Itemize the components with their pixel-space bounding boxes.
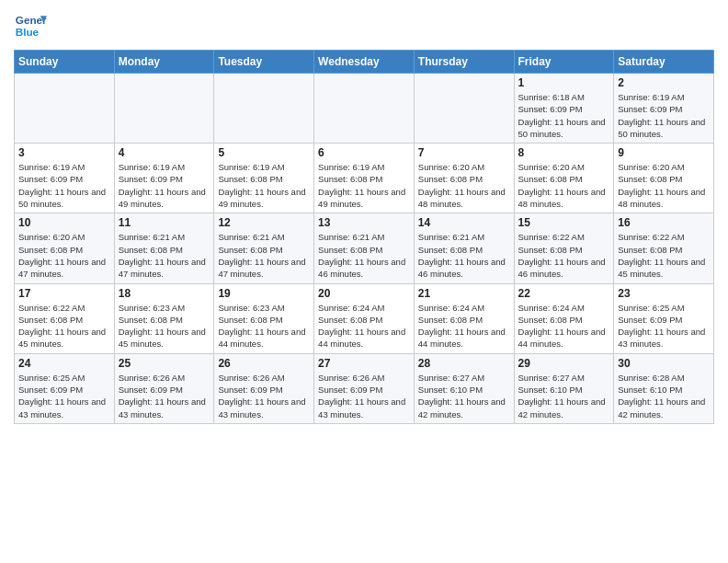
calendar-cell: 20Sunrise: 6:24 AM Sunset: 6:08 PM Dayli… [314, 283, 415, 353]
day-content: Sunrise: 6:19 AM Sunset: 6:08 PM Dayligh… [318, 161, 410, 210]
day-number: 27 [318, 357, 410, 370]
day-content: Sunrise: 6:21 AM Sunset: 6:08 PM Dayligh… [318, 231, 410, 280]
day-number: 20 [318, 287, 410, 300]
page: General Blue SundayMondayTuesdayWednesda… [0, 0, 728, 438]
day-content: Sunrise: 6:19 AM Sunset: 6:09 PM Dayligh… [618, 91, 710, 140]
day-content: Sunrise: 6:21 AM Sunset: 6:08 PM Dayligh… [418, 231, 510, 280]
calendar-cell: 11Sunrise: 6:21 AM Sunset: 6:08 PM Dayli… [114, 213, 214, 283]
day-number: 6 [318, 146, 410, 159]
day-number: 25 [119, 357, 210, 370]
day-number: 16 [618, 216, 710, 229]
day-content: Sunrise: 6:23 AM Sunset: 6:08 PM Dayligh… [218, 302, 310, 350]
calendar-cell: 14Sunrise: 6:21 AM Sunset: 6:08 PM Dayli… [414, 213, 514, 283]
day-content: Sunrise: 6:19 AM Sunset: 6:09 PM Dayligh… [18, 161, 110, 210]
day-content: Sunrise: 6:22 AM Sunset: 6:08 PM Dayligh… [618, 231, 710, 280]
calendar-cell [214, 74, 314, 144]
calendar-cell [114, 74, 214, 144]
day-content: Sunrise: 6:19 AM Sunset: 6:08 PM Dayligh… [218, 161, 310, 210]
svg-text:General: General [16, 14, 47, 26]
calendar-cell: 8Sunrise: 6:20 AM Sunset: 6:08 PM Daylig… [514, 144, 614, 213]
calendar-cell: 24Sunrise: 6:25 AM Sunset: 6:09 PM Dayli… [15, 353, 115, 423]
weekday-header-saturday: Saturday [614, 51, 714, 74]
day-number: 26 [218, 357, 310, 370]
day-content: Sunrise: 6:18 AM Sunset: 6:09 PM Dayligh… [518, 91, 610, 140]
day-content: Sunrise: 6:20 AM Sunset: 6:08 PM Dayligh… [418, 161, 510, 210]
weekday-header-row: SundayMondayTuesdayWednesdayThursdayFrid… [15, 51, 714, 74]
day-number: 10 [18, 216, 110, 229]
day-content: Sunrise: 6:23 AM Sunset: 6:08 PM Dayligh… [119, 302, 210, 350]
calendar-cell [15, 74, 115, 144]
header: General Blue [14, 9, 714, 42]
weekday-header-monday: Monday [114, 51, 214, 74]
day-number: 13 [318, 216, 410, 229]
calendar-cell: 19Sunrise: 6:23 AM Sunset: 6:08 PM Dayli… [214, 283, 314, 353]
day-number: 21 [418, 287, 510, 300]
day-number: 12 [218, 216, 310, 229]
day-content: Sunrise: 6:25 AM Sunset: 6:09 PM Dayligh… [18, 372, 110, 420]
calendar-cell: 9Sunrise: 6:20 AM Sunset: 6:08 PM Daylig… [614, 144, 714, 213]
calendar-cell: 16Sunrise: 6:22 AM Sunset: 6:08 PM Dayli… [614, 213, 714, 283]
calendar-cell [314, 74, 415, 144]
calendar-cell: 12Sunrise: 6:21 AM Sunset: 6:08 PM Dayli… [214, 213, 314, 283]
week-row-1: 1Sunrise: 6:18 AM Sunset: 6:09 PM Daylig… [15, 74, 714, 144]
calendar-cell: 28Sunrise: 6:27 AM Sunset: 6:10 PM Dayli… [414, 353, 514, 423]
calendar-cell: 3Sunrise: 6:19 AM Sunset: 6:09 PM Daylig… [15, 144, 115, 213]
logo: General Blue [14, 9, 47, 42]
day-number: 5 [218, 146, 310, 159]
day-number: 8 [518, 146, 610, 159]
day-content: Sunrise: 6:26 AM Sunset: 6:09 PM Dayligh… [119, 372, 210, 420]
day-content: Sunrise: 6:21 AM Sunset: 6:08 PM Dayligh… [218, 231, 310, 280]
day-number: 7 [418, 146, 510, 159]
weekday-header-friday: Friday [514, 51, 614, 74]
day-number: 1 [518, 76, 610, 89]
day-content: Sunrise: 6:24 AM Sunset: 6:08 PM Dayligh… [518, 302, 610, 350]
calendar-cell: 6Sunrise: 6:19 AM Sunset: 6:08 PM Daylig… [314, 144, 415, 213]
weekday-header-wednesday: Wednesday [314, 51, 415, 74]
day-number: 29 [518, 357, 610, 370]
day-number: 14 [418, 216, 510, 229]
calendar-cell: 17Sunrise: 6:22 AM Sunset: 6:08 PM Dayli… [15, 283, 115, 353]
week-row-2: 3Sunrise: 6:19 AM Sunset: 6:09 PM Daylig… [15, 144, 714, 213]
day-content: Sunrise: 6:24 AM Sunset: 6:08 PM Dayligh… [418, 302, 510, 350]
calendar-cell: 29Sunrise: 6:27 AM Sunset: 6:10 PM Dayli… [514, 353, 614, 423]
calendar-cell: 26Sunrise: 6:26 AM Sunset: 6:09 PM Dayli… [214, 353, 314, 423]
calendar-cell: 21Sunrise: 6:24 AM Sunset: 6:08 PM Dayli… [414, 283, 514, 353]
day-content: Sunrise: 6:27 AM Sunset: 6:10 PM Dayligh… [418, 372, 510, 420]
day-number: 9 [618, 146, 710, 159]
day-number: 28 [418, 357, 510, 370]
calendar-cell: 10Sunrise: 6:20 AM Sunset: 6:08 PM Dayli… [15, 213, 115, 283]
calendar-table: SundayMondayTuesdayWednesdayThursdayFrid… [14, 50, 714, 424]
weekday-header-thursday: Thursday [414, 51, 514, 74]
calendar-cell: 23Sunrise: 6:25 AM Sunset: 6:09 PM Dayli… [614, 283, 714, 353]
calendar-cell: 30Sunrise: 6:28 AM Sunset: 6:10 PM Dayli… [614, 353, 714, 423]
calendar-cell: 18Sunrise: 6:23 AM Sunset: 6:08 PM Dayli… [114, 283, 214, 353]
day-content: Sunrise: 6:21 AM Sunset: 6:08 PM Dayligh… [119, 231, 210, 280]
calendar-cell [414, 74, 514, 144]
day-content: Sunrise: 6:24 AM Sunset: 6:08 PM Dayligh… [318, 302, 410, 350]
day-content: Sunrise: 6:19 AM Sunset: 6:09 PM Dayligh… [119, 161, 210, 210]
calendar-cell: 2Sunrise: 6:19 AM Sunset: 6:09 PM Daylig… [614, 74, 714, 144]
day-content: Sunrise: 6:20 AM Sunset: 6:08 PM Dayligh… [618, 161, 710, 210]
week-row-5: 24Sunrise: 6:25 AM Sunset: 6:09 PM Dayli… [15, 353, 714, 423]
day-content: Sunrise: 6:20 AM Sunset: 6:08 PM Dayligh… [518, 161, 610, 210]
day-number: 22 [518, 287, 610, 300]
calendar-cell: 27Sunrise: 6:26 AM Sunset: 6:09 PM Dayli… [314, 353, 415, 423]
calendar-cell: 15Sunrise: 6:22 AM Sunset: 6:08 PM Dayli… [514, 213, 614, 283]
day-content: Sunrise: 6:22 AM Sunset: 6:08 PM Dayligh… [518, 231, 610, 280]
day-number: 4 [119, 146, 210, 159]
day-number: 11 [119, 216, 210, 229]
day-content: Sunrise: 6:26 AM Sunset: 6:09 PM Dayligh… [218, 372, 310, 420]
calendar-cell: 13Sunrise: 6:21 AM Sunset: 6:08 PM Dayli… [314, 213, 415, 283]
calendar-cell: 5Sunrise: 6:19 AM Sunset: 6:08 PM Daylig… [214, 144, 314, 213]
week-row-3: 10Sunrise: 6:20 AM Sunset: 6:08 PM Dayli… [15, 213, 714, 283]
weekday-header-sunday: Sunday [15, 51, 115, 74]
day-number: 24 [18, 357, 110, 370]
weekday-header-tuesday: Tuesday [214, 51, 314, 74]
calendar-cell: 1Sunrise: 6:18 AM Sunset: 6:09 PM Daylig… [514, 74, 614, 144]
day-content: Sunrise: 6:28 AM Sunset: 6:10 PM Dayligh… [618, 372, 710, 420]
day-number: 23 [618, 287, 710, 300]
calendar-cell: 25Sunrise: 6:26 AM Sunset: 6:09 PM Dayli… [114, 353, 214, 423]
day-number: 19 [218, 287, 310, 300]
day-content: Sunrise: 6:26 AM Sunset: 6:09 PM Dayligh… [318, 372, 410, 420]
day-number: 3 [18, 146, 110, 159]
